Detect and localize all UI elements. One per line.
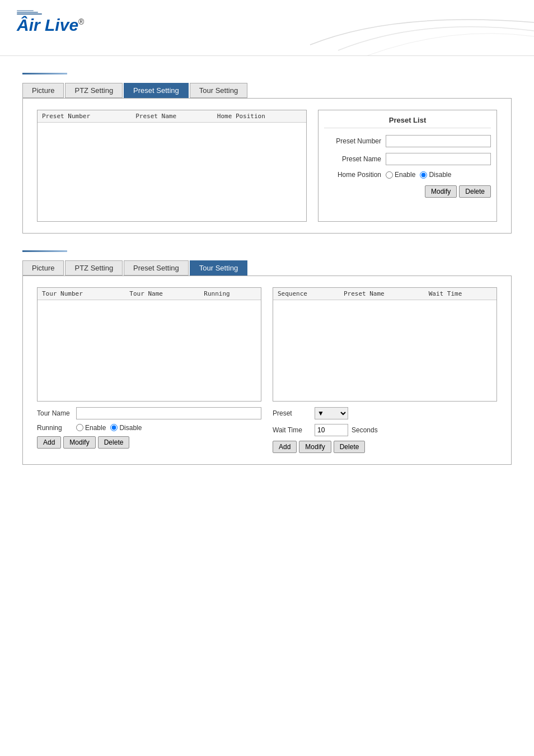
enable-radio[interactable] bbox=[386, 171, 393, 179]
running-enable-text: Enable bbox=[85, 424, 106, 432]
tour-panel: Tour Number Tour Name Running bbox=[22, 276, 512, 465]
enable-label: Enable bbox=[395, 171, 415, 179]
logo-waves bbox=[17, 10, 42, 15]
logo-registered: ® bbox=[78, 17, 84, 26]
tour-right-btn-row: Add Modify Delete bbox=[273, 441, 497, 453]
table-row bbox=[38, 300, 261, 401]
preset-number-input[interactable] bbox=[386, 135, 491, 147]
col-wait-time: Wait Time bbox=[424, 288, 496, 300]
home-position-label: Home Position bbox=[324, 171, 386, 179]
tabs-tour: Picture PTZ Setting Preset Setting Tour … bbox=[22, 260, 512, 276]
section-divider-1 bbox=[22, 73, 67, 74]
running-label: Running bbox=[37, 424, 76, 432]
logo: Âir Live® bbox=[17, 10, 84, 34]
sequence-table: Sequence Preset Name Wait Time bbox=[273, 288, 496, 401]
disable-label: Disable bbox=[429, 171, 451, 179]
wait-time-input[interactable] bbox=[315, 424, 348, 436]
tour-name-row: Tour Name bbox=[37, 407, 261, 419]
preset-table-area: Preset Number Preset Name Home Position bbox=[37, 110, 307, 222]
section-divider-2 bbox=[22, 250, 67, 252]
running-enable-radio[interactable] bbox=[76, 424, 83, 431]
modify-button[interactable]: Modify bbox=[425, 185, 457, 198]
wait-time-row: Wait Time Seconds bbox=[273, 424, 497, 436]
preset-row: Preset ▼ bbox=[273, 407, 497, 419]
tour-table: Tour Number Tour Name Running bbox=[38, 288, 261, 401]
enable-radio-label[interactable]: Enable bbox=[386, 171, 415, 179]
running-row: Running Enable Disable bbox=[37, 424, 261, 432]
preset-select[interactable]: ▼ bbox=[315, 407, 348, 419]
col-tour-name: Tour Name bbox=[125, 288, 199, 300]
preset-label: Preset bbox=[273, 409, 315, 417]
preset-btn-row: Modify Delete bbox=[324, 185, 491, 198]
tab-preset-setting-1[interactable]: Preset Setting bbox=[124, 83, 189, 98]
running-disable-label[interactable]: Disable bbox=[110, 424, 142, 432]
preset-form-title: Preset List bbox=[324, 116, 491, 128]
main-content: Picture PTZ Setting Preset Setting Tour … bbox=[0, 56, 534, 493]
tab-tour-setting-2[interactable]: Tour Setting bbox=[190, 260, 247, 276]
tour-name-input[interactable] bbox=[76, 407, 261, 419]
col-sequence: Sequence bbox=[273, 288, 339, 300]
tour-name-label: Tour Name bbox=[37, 409, 76, 417]
tour-left-btn-row: Add Modify Delete bbox=[37, 436, 261, 449]
preset-number-label: Preset Number bbox=[324, 137, 386, 145]
seconds-label: Seconds bbox=[352, 426, 378, 434]
col-running: Running bbox=[199, 288, 261, 300]
preset-number-row: Preset Number bbox=[324, 135, 491, 147]
tab-picture-1[interactable]: Picture bbox=[22, 83, 64, 98]
seq-delete-button[interactable]: Delete bbox=[334, 441, 366, 453]
preset-table: Preset Number Preset Name Home Position bbox=[38, 110, 306, 212]
tour-dual: Tour Number Tour Name Running bbox=[37, 287, 497, 453]
tab-ptz-setting-2[interactable]: PTZ Setting bbox=[65, 260, 123, 276]
header: Âir Live® bbox=[0, 0, 534, 56]
preset-form-area: Preset List Preset Number Preset Name Ho… bbox=[318, 110, 497, 222]
tour-add-button[interactable]: Add bbox=[37, 436, 61, 449]
tour-table-area: Tour Number Tour Name Running bbox=[37, 287, 261, 402]
table-row bbox=[38, 123, 306, 212]
col-preset-name: Preset Name bbox=[131, 110, 213, 123]
preset-name-row: Preset Name bbox=[324, 153, 491, 165]
tour-modify-button[interactable]: Modify bbox=[63, 436, 95, 449]
tour-delete-button[interactable]: Delete bbox=[98, 436, 130, 449]
disable-radio[interactable] bbox=[420, 171, 427, 179]
sequence-table-area: Sequence Preset Name Wait Time bbox=[273, 287, 497, 402]
preset-name-input[interactable] bbox=[386, 153, 491, 165]
table-row bbox=[273, 300, 496, 401]
running-radio-group: Enable Disable bbox=[76, 424, 142, 432]
col-preset-number: Preset Number bbox=[38, 110, 131, 123]
tab-tour-setting-1[interactable]: Tour Setting bbox=[190, 83, 247, 98]
disable-radio-label[interactable]: Disable bbox=[420, 171, 451, 179]
tab-picture-2[interactable]: Picture bbox=[22, 260, 64, 276]
running-disable-radio[interactable] bbox=[110, 424, 118, 431]
seq-add-button[interactable]: Add bbox=[273, 441, 297, 453]
tour-right-panel: Sequence Preset Name Wait Time bbox=[273, 287, 497, 453]
home-position-radio-group: Enable Disable bbox=[386, 171, 451, 179]
preset-panel: Preset Number Preset Name Home Position bbox=[22, 98, 512, 234]
header-decoration bbox=[254, 0, 534, 56]
tab-ptz-setting-1[interactable]: PTZ Setting bbox=[65, 83, 123, 98]
col-home-position: Home Position bbox=[213, 110, 306, 123]
logo-text: Âir Live® bbox=[17, 16, 84, 34]
tab-preset-setting-2[interactable]: Preset Setting bbox=[124, 260, 189, 276]
seq-modify-button[interactable]: Modify bbox=[299, 441, 331, 453]
tour-left-panel: Tour Number Tour Name Running bbox=[37, 287, 261, 453]
preset-name-label: Preset Name bbox=[324, 155, 386, 163]
preset-container: Preset Number Preset Name Home Position bbox=[37, 110, 497, 222]
running-enable-label[interactable]: Enable bbox=[76, 424, 106, 432]
delete-button[interactable]: Delete bbox=[459, 185, 491, 198]
wait-time-label: Wait Time bbox=[273, 426, 315, 434]
tabs-preset: Picture PTZ Setting Preset Setting Tour … bbox=[22, 83, 512, 98]
home-position-row: Home Position Enable Disable bbox=[324, 171, 491, 179]
col-seq-preset-name: Preset Name bbox=[339, 288, 424, 300]
col-tour-number: Tour Number bbox=[38, 288, 125, 300]
running-disable-text: Disable bbox=[119, 424, 142, 432]
